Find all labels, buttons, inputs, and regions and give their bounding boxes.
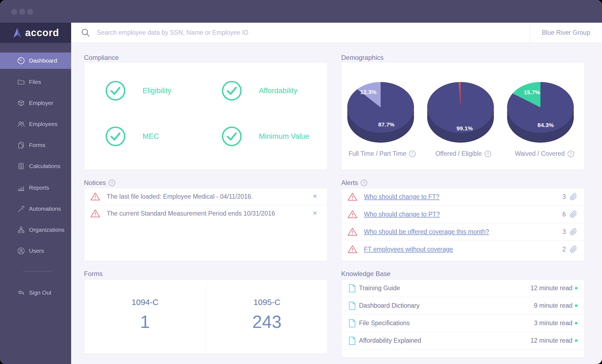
check-circle-icon (222, 126, 242, 146)
sidebar-item-employer[interactable]: Employer (0, 95, 71, 111)
sidebar-item-forms[interactable]: Forms (0, 137, 71, 153)
alert-count: 3 (562, 228, 566, 236)
unread-dot (575, 287, 577, 289)
compliance-section-title: Compliance (84, 54, 119, 61)
compliance-item: Affordability (222, 81, 297, 101)
document-icon (349, 336, 356, 345)
alert-count: 3 (562, 193, 566, 201)
paperclip-icon[interactable] (570, 228, 577, 236)
form-name: 1095-C (253, 298, 280, 307)
people-icon (17, 120, 25, 128)
close-icon[interactable]: ✕ (312, 193, 317, 200)
window-control-icon[interactable] (11, 9, 17, 15)
sidebar-item-files[interactable]: Files (0, 74, 71, 90)
clock-icon (17, 57, 25, 65)
bar-chart-icon (17, 184, 25, 192)
check-circle-icon (222, 81, 242, 101)
notice-text: The last file loaded: Employee Medical -… (107, 193, 253, 200)
window-titlebar (0, 0, 602, 23)
warning-triangle-icon (90, 192, 100, 201)
forms-section-title: Forms (84, 270, 103, 278)
pie-caption: Waived / Covered ? (504, 150, 585, 157)
kb-title: File Specifications (359, 319, 410, 327)
pie-captions: Full Time / Part Time ? Offered / Eligib… (341, 150, 585, 157)
documents-icon (17, 141, 25, 149)
alert-row: FT employees without coverage 2 (341, 241, 585, 258)
sidebar-divider (23, 271, 52, 271)
kb-title: Dashboard Dictionary (359, 302, 419, 309)
kb-row[interactable]: Affordability Explained 12 minute read (341, 332, 585, 349)
warning-triangle-icon (348, 245, 357, 254)
sidebar-item-organizations[interactable]: Organizations (0, 222, 71, 238)
sidebar-item-employees[interactable]: Employees (0, 116, 71, 132)
client-name[interactable]: Blue River Group (530, 23, 602, 43)
window-control-icon[interactable] (27, 9, 33, 15)
kb-read-time: 9 minute read (534, 302, 572, 309)
sidebar-item-calculations[interactable]: Calculations (0, 158, 71, 174)
kb-title: Training Guide (359, 284, 400, 292)
alert-count: 2 (562, 246, 566, 253)
user-circle-icon (17, 247, 25, 255)
paperclip-icon[interactable] (570, 210, 577, 218)
svg-text:15.7%: 15.7% (524, 89, 540, 95)
close-icon[interactable]: ✕ (312, 210, 317, 217)
form-name: 1094-C (132, 298, 158, 307)
compliance-item: Minimum Value (222, 126, 309, 146)
pie-caption: Offered / Eligible ? (423, 150, 504, 157)
svg-text:99.1%: 99.1% (456, 125, 473, 131)
kb-row-partial[interactable] (341, 350, 585, 357)
compliance-card: Eligibility Affordability MEC (84, 62, 328, 170)
search-bar (71, 23, 530, 43)
help-icon[interactable]: ? (361, 180, 367, 186)
compliance-item-label: MEC (143, 132, 159, 141)
sidebar-item-reports[interactable]: Reports (0, 180, 71, 196)
search-input[interactable] (96, 29, 530, 37)
kb-card: Training Guide 12 minute read Dashboard … (341, 279, 585, 357)
help-icon[interactable]: ? (485, 151, 491, 157)
folder-icon (17, 78, 25, 86)
kb-row[interactable]: Dashboard Dictionary 9 minute read (341, 297, 585, 314)
kb-row[interactable]: Training Guide 12 minute read (341, 280, 585, 297)
employer-box-icon (17, 99, 25, 107)
kb-read-time: 12 minute read (531, 284, 572, 292)
alert-link[interactable]: Who should change to PT? (364, 211, 440, 218)
alert-link[interactable]: Who should change to FT? (364, 193, 439, 201)
kb-row[interactable]: File Specifications 3 minute read (341, 315, 585, 332)
main-content: Compliance Eligibility Affordability (71, 43, 602, 364)
check-circle-icon (105, 81, 126, 101)
kb-section-title: Knowledge Base (341, 270, 390, 278)
warning-triangle-icon (348, 210, 357, 219)
document-icon (349, 301, 356, 310)
org-chart-icon (17, 226, 25, 234)
kb-read-time: 12 minute read (531, 337, 572, 344)
sidebar-item-sign-out[interactable]: Sign Out (0, 284, 71, 301)
alert-row: Who should change to FT? 3 (341, 188, 585, 205)
sidebar: Dashboard Files Employer (0, 43, 71, 364)
magic-wand-icon (17, 205, 25, 213)
sidebar-item-users[interactable]: Users (0, 243, 71, 259)
unread-dot (575, 339, 577, 342)
paperclip-icon[interactable] (570, 245, 577, 253)
notice-row: The current Standard Measurement Period … (84, 205, 328, 222)
form-summary[interactable]: 1094-C 1 (84, 280, 206, 354)
notice-row: The last file loaded: Employee Medical -… (84, 188, 328, 205)
kb-title: Affordability Explained (359, 337, 421, 344)
alert-link[interactable]: FT employees without coverage (364, 246, 453, 253)
paperclip-icon[interactable] (570, 193, 577, 201)
unread-dot (575, 322, 577, 324)
compliance-item-label: Eligibility (143, 87, 171, 95)
compliance-item: Eligibility (105, 81, 171, 101)
window-control-icon[interactable] (19, 9, 25, 15)
form-summary[interactable]: 1095-C 243 (206, 280, 328, 354)
demographics-section-title: Demographics (341, 54, 384, 61)
notice-text: The current Standard Measurement Period … (107, 210, 275, 217)
svg-text:12.3%: 12.3% (360, 89, 377, 95)
sidebar-item-dashboard[interactable]: Dashboard (0, 52, 71, 69)
calculator-icon (17, 162, 25, 170)
help-icon[interactable]: ? (109, 180, 115, 186)
alert-link[interactable]: Who should be offered coverage this mont… (364, 228, 489, 236)
help-icon[interactable]: ? (409, 151, 416, 157)
notices-card: The last file loaded: Employee Medical -… (84, 188, 328, 261)
help-icon[interactable]: ? (568, 151, 574, 157)
sidebar-item-automations[interactable]: Automations (0, 201, 71, 217)
